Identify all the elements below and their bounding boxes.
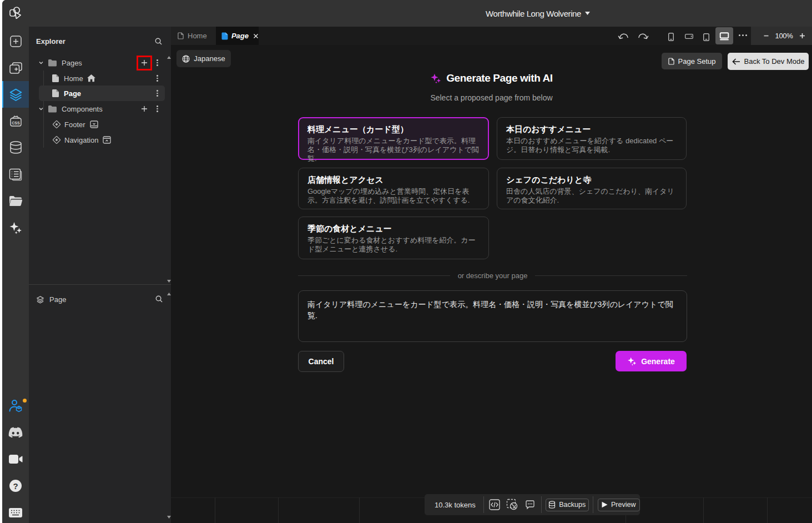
svg-text:CSS: CSS (12, 121, 20, 125)
svg-text:?: ? (13, 481, 18, 491)
